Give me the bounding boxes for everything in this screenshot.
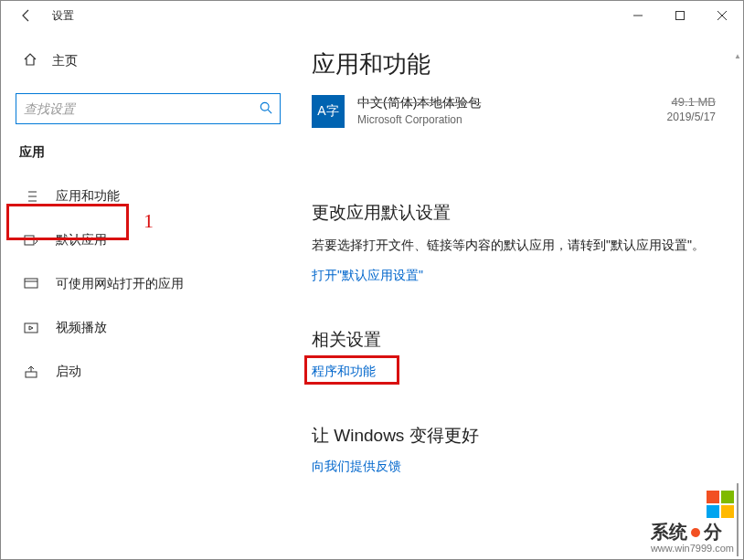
- svg-line-5: [268, 110, 271, 113]
- search-input[interactable]: [24, 101, 260, 116]
- window-title: 设置: [52, 8, 74, 24]
- defaults-icon: [23, 232, 39, 248]
- sidebar-item-apps-features[interactable]: 应用和功能: [16, 179, 281, 214]
- scroll-up-icon[interactable]: ▲: [734, 52, 741, 61]
- app-date: 2019/5/17: [667, 111, 716, 123]
- search-box[interactable]: [16, 93, 281, 124]
- svg-rect-14: [25, 279, 37, 288]
- sidebar-section-header: 应用: [16, 144, 293, 161]
- app-name: 中文(简体)本地体验包: [357, 95, 667, 111]
- svg-rect-1: [676, 12, 685, 20]
- maximize-button[interactable]: [659, 1, 701, 30]
- sidebar-item-label: 视频播放: [56, 320, 107, 336]
- sidebar-item-label: 启动: [56, 364, 81, 380]
- app-name-group: 中文(简体)本地体验包 Microsoft Corporation: [357, 95, 667, 126]
- app-size: 49.1 MB: [667, 95, 716, 109]
- app-tile-icon: A字: [312, 95, 345, 128]
- change-defaults-section: 更改应用默认设置 若要选择打开文件、链接等内容的默认应用，请转到"默认应用设置"…: [312, 201, 716, 284]
- ms-logo-icon: [707, 491, 734, 518]
- svg-rect-12: [25, 236, 34, 245]
- sidebar: 主页 应用 应用和功能 默认应用: [1, 30, 293, 559]
- scroll-track[interactable]: [734, 63, 741, 556]
- watermark: 系统分 www.win7999.com: [651, 491, 734, 554]
- settings-window: 设置 主页 应用: [0, 0, 744, 560]
- minimize-button[interactable]: [617, 1, 659, 30]
- video-icon: [23, 320, 39, 336]
- search-icon: [260, 101, 272, 117]
- sidebar-item-startup[interactable]: 启动: [16, 354, 281, 389]
- list-icon: [23, 188, 39, 205]
- window-controls: [617, 1, 743, 30]
- section-desc: 若要选择打开文件、链接等内容的默认应用，请转到"默认应用设置"。: [312, 236, 716, 255]
- sidebar-item-label: 应用和功能: [56, 188, 120, 205]
- section-title: 相关设置: [312, 328, 716, 352]
- main-panel: 应用和功能 A字 中文(简体)本地体验包 Microsoft Corporati…: [293, 30, 743, 559]
- section-title: 让 Windows 变得更好: [312, 424, 716, 448]
- programs-features-link[interactable]: 程序和功能: [312, 364, 376, 380]
- home-icon: [23, 52, 37, 69]
- watermark-url: www.win7999.com: [651, 543, 734, 554]
- scroll-thumb[interactable]: [737, 483, 739, 556]
- sidebar-item-video-playback[interactable]: 视频播放: [16, 311, 281, 345]
- app-publisher: Microsoft Corporation: [357, 113, 667, 126]
- sidebar-item-default-apps[interactable]: 默认应用: [16, 223, 281, 258]
- svg-rect-16: [25, 323, 37, 333]
- give-feedback-link[interactable]: 向我们提供反馈: [312, 459, 716, 475]
- content-area: 主页 应用 应用和功能 默认应用: [1, 30, 743, 559]
- sidebar-item-label: 默认应用: [56, 232, 107, 248]
- scroll-down-icon[interactable]: ▼: [734, 558, 741, 559]
- app-meta: 49.1 MB 2019/5/17: [667, 95, 716, 123]
- feedback-section: 让 Windows 变得更好 向我们提供反馈: [312, 424, 716, 475]
- scrollbar[interactable]: ▲ ▼: [734, 63, 741, 556]
- watermark-text: 系统分: [651, 520, 734, 544]
- page-title: 应用和功能: [312, 48, 716, 80]
- app-list-item[interactable]: A字 中文(简体)本地体验包 Microsoft Corporation 49.…: [312, 95, 716, 128]
- section-title: 更改应用默认设置: [312, 201, 716, 225]
- related-settings-section: 相关设置 程序和功能 2: [312, 328, 716, 380]
- svg-rect-17: [26, 372, 37, 377]
- home-label: 主页: [52, 53, 78, 69]
- titlebar: 设置: [1, 1, 743, 30]
- startup-icon: [23, 364, 39, 380]
- web-icon: [23, 276, 39, 292]
- back-button[interactable]: [8, 1, 45, 30]
- svg-point-4: [260, 102, 269, 111]
- dot-icon: [691, 528, 700, 537]
- close-button[interactable]: [701, 1, 743, 30]
- open-default-apps-link[interactable]: 打开"默认应用设置": [312, 268, 716, 284]
- home-button[interactable]: 主页: [16, 45, 293, 77]
- sidebar-item-website-apps[interactable]: 可使用网站打开的应用: [16, 267, 281, 301]
- sidebar-item-label: 可使用网站打开的应用: [56, 276, 184, 292]
